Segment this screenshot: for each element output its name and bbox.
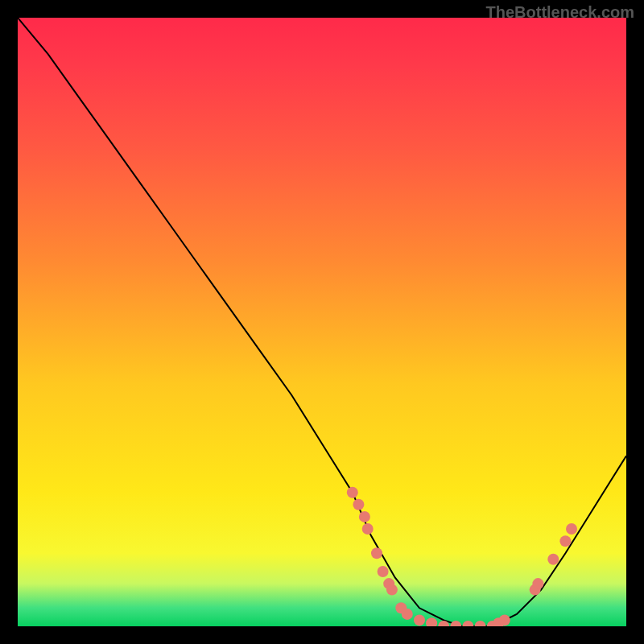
curve-svg — [18, 18, 626, 626]
data-marker — [450, 621, 461, 626]
data-markers — [347, 487, 577, 626]
data-marker — [353, 499, 364, 510]
data-marker — [559, 535, 571, 547]
bottleneck-curve — [18, 18, 626, 626]
data-marker — [532, 578, 543, 589]
data-marker — [547, 554, 559, 565]
watermark-text: TheBottleneck.com — [486, 3, 634, 22]
data-marker — [359, 511, 370, 522]
data-marker — [475, 621, 486, 626]
data-marker — [426, 617, 437, 626]
data-marker — [362, 523, 374, 535]
data-marker — [378, 566, 389, 577]
data-marker — [462, 621, 473, 626]
data-marker — [386, 584, 398, 596]
data-marker — [414, 614, 425, 625]
data-marker — [402, 609, 413, 620]
data-marker — [499, 614, 510, 625]
data-marker — [347, 487, 358, 498]
data-marker — [566, 523, 577, 535]
plot-area — [18, 18, 626, 626]
data-marker — [371, 547, 382, 559]
